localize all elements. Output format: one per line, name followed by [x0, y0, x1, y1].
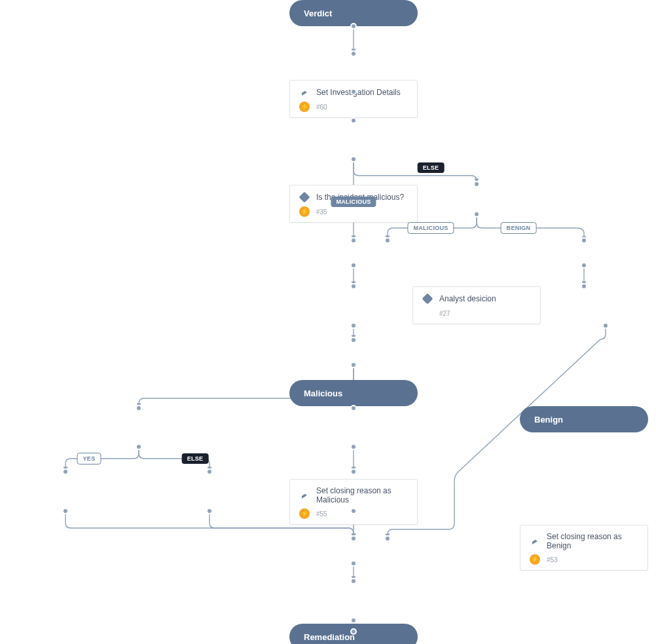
- port: [350, 617, 357, 624]
- port: [350, 237, 357, 244]
- task-id: #60: [316, 104, 327, 111]
- port: [350, 23, 357, 29]
- section-benign[interactable]: Benign: [520, 406, 648, 432]
- port: [350, 362, 357, 368]
- port: [62, 508, 69, 514]
- task-set-closing-reason-benign[interactable]: Set closing reason as Benign #53: [520, 525, 648, 571]
- edge-label-benign: BENIGN: [501, 222, 537, 234]
- edge-label-malicious: MALICIOUS: [331, 197, 376, 207]
- bolt-icon: [299, 102, 310, 112]
- port: [350, 405, 357, 411]
- task-title: Set closing reason as Benign: [547, 532, 638, 550]
- diamond-icon: [299, 192, 310, 202]
- edge-label-else: ELSE: [418, 162, 445, 173]
- port: [350, 88, 357, 95]
- bolt-icon: [299, 508, 310, 519]
- port: [384, 237, 391, 244]
- task-set-investigation-details[interactable]: Set Investigation Details #60: [289, 80, 418, 118]
- port: [350, 508, 357, 514]
- port: [350, 468, 357, 475]
- task-id: #55: [316, 510, 327, 518]
- port: [473, 211, 480, 218]
- task-id: #35: [316, 208, 327, 216]
- port: [350, 444, 357, 450]
- port: [581, 237, 587, 244]
- port: [350, 337, 357, 343]
- port: [206, 508, 213, 514]
- section-verdict[interactable]: Verdict: [289, 0, 418, 26]
- port: [62, 468, 69, 475]
- task-id: #53: [547, 556, 558, 563]
- section-label: Benign: [534, 415, 563, 425]
- port: [136, 405, 142, 411]
- port: [473, 181, 480, 187]
- port: [350, 262, 357, 269]
- port: [581, 262, 587, 269]
- diamond-icon: [422, 294, 433, 304]
- task-title: Set Investigation Details: [316, 88, 401, 97]
- port: [581, 283, 587, 290]
- port: [350, 560, 357, 567]
- condition-analyst-decision[interactable]: Analyst desicion #27: [412, 286, 541, 324]
- port: [136, 444, 142, 450]
- port: [350, 628, 357, 635]
- port: [384, 535, 391, 542]
- port: [350, 535, 357, 542]
- port: [350, 322, 357, 329]
- bolt-icon: [299, 206, 310, 217]
- task-title: Set closing reason as Malicious: [316, 486, 408, 504]
- task-icon: [299, 87, 310, 98]
- edge-label-malicious-2: MALICIOUS: [407, 222, 454, 234]
- edge-label-yes: YES: [77, 453, 101, 464]
- port: [350, 156, 357, 162]
- port: [602, 322, 609, 329]
- bolt-icon: [530, 554, 540, 565]
- port: [350, 578, 357, 584]
- section-label: Verdict: [304, 9, 332, 18]
- port: [206, 468, 213, 475]
- task-title: Analyst desicion: [439, 294, 496, 303]
- task-icon: [299, 490, 310, 501]
- task-icon: [530, 536, 540, 546]
- section-label: Malicious: [304, 388, 342, 398]
- edge-label-else-2: ELSE: [182, 453, 209, 464]
- section-malicious[interactable]: Malicious: [289, 380, 418, 406]
- task-set-closing-reason-malicious[interactable]: Set closing reason as Malicious #55: [289, 479, 418, 525]
- port: [350, 50, 357, 57]
- section-label: Remediation: [304, 632, 355, 642]
- port: [350, 117, 357, 124]
- task-id: #27: [439, 310, 450, 317]
- port: [350, 283, 357, 290]
